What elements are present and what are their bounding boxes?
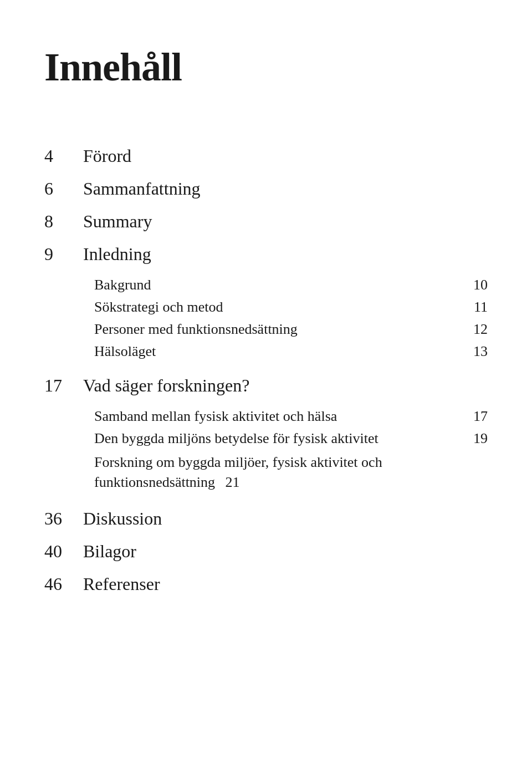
- toc-label-forskning-miljoer: Forskning om byggda miljöer, fysisk akti…: [94, 452, 488, 493]
- toc-label-samband: Samband mellan fysisk aktivitet och häls…: [94, 408, 466, 425]
- toc-number-samband: 17: [473, 408, 488, 425]
- toc-item-summary: 8 Summary: [44, 211, 488, 232]
- toc-label-inledning: Inledning: [83, 244, 488, 264]
- toc-number-halsolaget: 13: [473, 343, 488, 360]
- toc-item-inledning: 9 Inledning: [44, 244, 488, 264]
- toc-item-halsolaget: Hälsoläget 13: [94, 343, 488, 360]
- toc-label-summary: Summary: [83, 211, 488, 232]
- toc-item-referenser: 46 Referenser: [44, 574, 488, 594]
- toc-number-personer: 12: [473, 321, 488, 338]
- toc-item-forskningen: 17 Vad säger forskningen?: [44, 375, 488, 396]
- sub-entries-forskningen: Samband mellan fysisk aktivitet och häls…: [44, 408, 488, 493]
- toc-label-byggda-miljo: Den byggda miljöns betydelse för fysisk …: [94, 430, 466, 447]
- toc-number-17: 17: [44, 375, 83, 396]
- toc-item-personer: Personer med funktionsnedsättning 12: [94, 321, 488, 338]
- toc-number-byggda-miljo: 19: [473, 430, 488, 447]
- toc-item-sammanfattning: 6 Sammanfattning: [44, 179, 488, 199]
- toc-number-36: 36: [44, 508, 83, 529]
- toc-label-bilagor: Bilagor: [83, 541, 488, 562]
- toc-label-forskningen: Vad säger forskningen?: [83, 375, 488, 396]
- toc-item-bakgrund: Bakgrund 10: [94, 277, 488, 293]
- toc-label-sammanfattning: Sammanfattning: [83, 179, 488, 199]
- toc-label-halsolaget: Hälsoläget: [94, 343, 466, 360]
- toc-number-bakgrund: 10: [473, 277, 488, 293]
- bottom-entries: 36 Diskussion 40 Bilagor 46 Referenser: [44, 508, 488, 594]
- toc-number-forskning-miljoer: 21: [226, 474, 240, 490]
- toc-number-6: 6: [44, 179, 83, 199]
- toc-number-46: 46: [44, 574, 83, 594]
- toc-label-referenser: Referenser: [83, 574, 488, 594]
- toc-number-8: 8: [44, 211, 83, 232]
- toc-item-sokstrategi: Sökstrategi och metod 11: [94, 299, 488, 316]
- toc-label-bakgrund: Bakgrund: [94, 277, 466, 293]
- toc-label-forord: Förord: [83, 146, 488, 166]
- toc-item-bilagor: 40 Bilagor: [44, 541, 488, 562]
- toc-number-4: 4: [44, 146, 83, 166]
- sub-entries-inledning: Bakgrund 10 Sökstrategi och metod 11 Per…: [44, 277, 488, 360]
- toc-label-diskussion: Diskussion: [83, 508, 488, 529]
- toc-item-diskussion: 36 Diskussion: [44, 508, 488, 529]
- toc-item-byggda-miljo: Den byggda miljöns betydelse för fysisk …: [94, 430, 488, 447]
- toc-number-40: 40: [44, 541, 83, 562]
- toc-number-9: 9: [44, 244, 83, 264]
- toc-number-sokstrategi: 11: [474, 299, 488, 316]
- toc-item-forskning-miljoer: Forskning om byggda miljöer, fysisk akti…: [94, 452, 488, 493]
- toc-item-forord: 4 Förord: [44, 146, 488, 166]
- toc-item-samband: Samband mellan fysisk aktivitet och häls…: [94, 408, 488, 425]
- page-title: Innehåll: [44, 44, 488, 90]
- toc-label-personer: Personer med funktionsnedsättning: [94, 321, 466, 338]
- toc-label-sokstrategi: Sökstrategi och metod: [94, 299, 466, 316]
- table-of-contents: 4 Förord 6 Sammanfattning 8 Summary 9 In…: [44, 146, 488, 594]
